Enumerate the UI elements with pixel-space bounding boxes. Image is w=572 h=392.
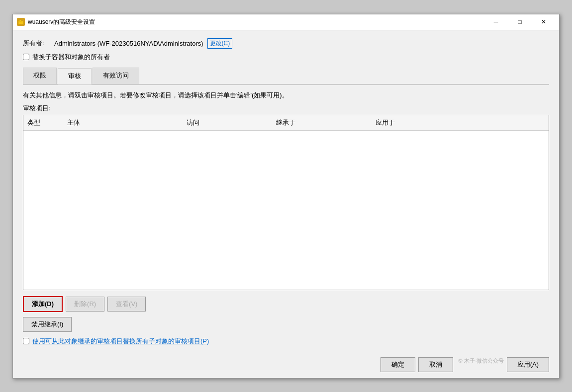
owner-label: 所有者: (23, 39, 50, 48)
window-title: wuauserv的高级安全设置 (28, 18, 484, 26)
table-body (23, 131, 549, 290)
title-bar: wuauserv的高级安全设置 ─ □ ✕ (13, 14, 559, 30)
maximize-button[interactable]: □ (508, 14, 531, 29)
col-apply-header: 应用于 (372, 117, 549, 128)
minimize-button[interactable]: ─ (484, 14, 507, 29)
action-buttons-row: 添加(D) 删除(R) 查看(V) (23, 296, 549, 312)
table-header: 类型 主体 访问 继承于 应用于 (23, 115, 549, 131)
col-access-header: 访问 (183, 117, 272, 128)
tab-bar: 权限 审核 有效访问 (23, 68, 549, 85)
cancel-button[interactable]: 取消 (418, 357, 453, 372)
inherit-button[interactable]: 禁用继承(I) (23, 317, 72, 332)
inherit-row: 禁用继承(I) (23, 317, 549, 332)
replace-audit-label[interactable]: 使用可从此对象继承的审核项目替换所有子对象的审核项目(P) (32, 337, 209, 346)
svg-rect-1 (19, 20, 21, 21)
watermark: © 木子·微信公众号 (458, 357, 503, 372)
owner-value: Administrators (WF-20230516NYAD\Administ… (54, 40, 203, 47)
replace-owner-label[interactable]: 替换子容器和对象的所有者 (32, 53, 110, 62)
audit-table: 类型 主体 访问 继承于 应用于 (23, 115, 549, 290)
replace-audit-row: 使用可从此对象继承的审核项目替换所有子对象的审核项目(P) (23, 337, 549, 346)
replace-owner-checkbox[interactable] (23, 54, 29, 60)
col-inherit-header: 继承于 (272, 117, 372, 128)
col-type-header: 类型 (23, 117, 63, 128)
ok-button[interactable]: 确定 (381, 357, 415, 372)
footer-row: 确定 取消 © 木子·微信公众号 应用(A) (23, 354, 549, 372)
info-text: 有关其他信息，请双击审核项目。若要修改审核项目，请选择该项目并单击'编辑'(如果… (23, 91, 549, 100)
close-button[interactable]: ✕ (532, 14, 555, 29)
window-icon (17, 18, 25, 26)
audit-section-label: 审核项目: (23, 104, 549, 113)
apply-button[interactable]: 应用(A) (507, 357, 549, 372)
owner-row: 所有者: Administrators (WF-20230516NYAD\Adm… (23, 38, 549, 49)
main-window: wuauserv的高级安全设置 ─ □ ✕ 所有者: Administrator… (12, 14, 560, 379)
window-controls: ─ □ ✕ (484, 14, 555, 29)
change-owner-link[interactable]: 更改(C) (207, 38, 233, 49)
col-subject-header: 主体 (63, 117, 183, 128)
replace-audit-checkbox[interactable] (23, 338, 29, 344)
view-button[interactable]: 查看(V) (107, 297, 146, 312)
tab-permissions[interactable]: 权限 (23, 68, 57, 84)
replace-owner-row: 替换子容器和对象的所有者 (23, 53, 549, 62)
tab-effective[interactable]: 有效访问 (93, 68, 139, 84)
add-button[interactable]: 添加(D) (23, 296, 63, 312)
tab-audit[interactable]: 审核 (58, 68, 92, 84)
delete-button[interactable]: 删除(R) (66, 297, 104, 312)
dialog-content: 所有者: Administrators (WF-20230516NYAD\Adm… (13, 30, 559, 378)
